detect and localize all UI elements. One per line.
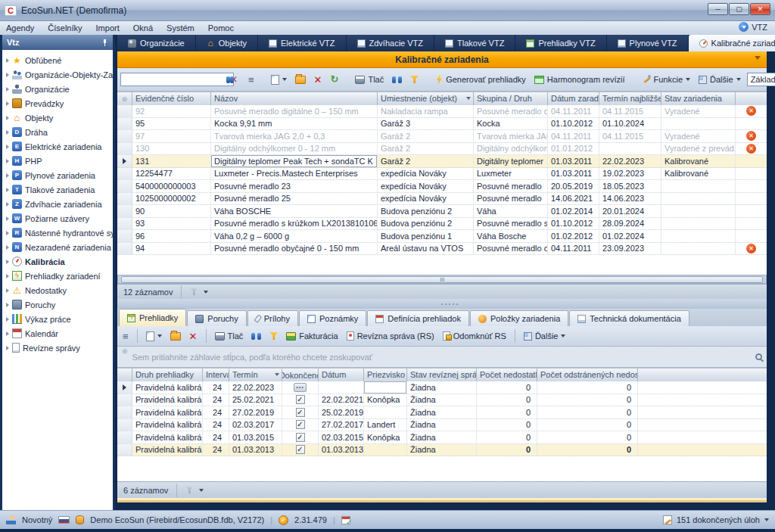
checkbox-checked-icon[interactable]: ✓	[296, 420, 305, 429]
checkbox-checked-icon[interactable]: ✓	[296, 395, 305, 404]
refresh-button[interactable]: ↻	[328, 73, 341, 86]
expand-arrow-icon[interactable]	[6, 288, 9, 293]
expand-arrow-icon[interactable]	[6, 101, 9, 106]
expand-arrow-icon[interactable]	[6, 58, 9, 63]
document-tab[interactable]: Objekty ✕	[196, 35, 258, 51]
checkbox-checked-icon[interactable]: ✓	[296, 408, 305, 417]
find-button[interactable]	[390, 75, 404, 85]
more-button[interactable]: Ďalšie	[696, 73, 743, 86]
open-record-button[interactable]	[293, 74, 308, 86]
expand-arrow-icon[interactable]	[6, 87, 9, 92]
cell-dokoncene[interactable]: ✓•••	[282, 431, 319, 443]
detail-tab[interactable]: Prehliadky	[119, 309, 186, 326]
minimize-button[interactable]: ─	[708, 3, 728, 15]
sidebar-item[interactable]: Prevádzky	[2, 96, 113, 110]
expand-arrow-icon[interactable]	[6, 331, 9, 336]
sidebar-item[interactable]: Organizácie	[2, 82, 113, 96]
sidebar-item[interactable]: E Elektrické zariadenia	[2, 139, 113, 154]
search-input[interactable]	[123, 75, 230, 84]
cell-dokoncene[interactable]: ✓•••	[282, 419, 319, 431]
filter-button[interactable]	[408, 74, 421, 85]
sidebar-item[interactable]: Nedostatky	[2, 283, 113, 297]
revision-schedule-button[interactable]: Harmonogram revízií	[532, 73, 627, 86]
column-header[interactable]: Druh prehliadky	[132, 369, 203, 381]
device-row[interactable]: 5400000000003 Posuvné meradlo 23 expedíc…	[117, 180, 767, 193]
detail-open-button[interactable]	[168, 331, 183, 342]
column-header[interactable]: Skupina / Druh	[474, 92, 548, 105]
quick-search[interactable]: ✕	[120, 73, 234, 86]
menu-item[interactable]: Pomoc	[208, 23, 234, 33]
device-row[interactable]: 96 Váha 0,2 g – 6000 g Budova penziónu 1…	[117, 230, 767, 243]
sidebar-item[interactable]: P Plynové zariadenia	[2, 168, 113, 182]
sidebar-item[interactable]: Prehliadky zariadení	[2, 269, 113, 283]
expand-arrow-icon[interactable]	[6, 317, 9, 322]
inspection-row[interactable]: Pravidelná kalibrácia 24 01.03.2015 ✓•••…	[117, 431, 767, 444]
sidebar-item[interactable]: Výkaz práce	[2, 312, 113, 326]
horizontal-scrollbar[interactable]	[117, 275, 767, 284]
detail-find-button[interactable]	[249, 331, 263, 341]
expand-arrow-icon[interactable]	[6, 274, 9, 278]
sidebar-item[interactable]: Revízne správy	[2, 341, 113, 355]
invoice-button[interactable]: Fakturácia	[284, 330, 340, 342]
print-button[interactable]: Tlač	[353, 73, 386, 86]
scrollbar-thumb[interactable]	[121, 276, 762, 283]
vtz-panel-button[interactable]: VTZ	[739, 22, 767, 32]
expand-arrow-icon[interactable]	[6, 173, 9, 178]
document-tab[interactable]: Plynové VTZ ✕	[607, 35, 689, 51]
new-record-button[interactable]	[269, 73, 289, 86]
sidebar-item[interactable]: Objekty	[2, 110, 113, 125]
device-row[interactable]: 131 Digitálny teplomer Peak Tech + sonda…	[117, 155, 767, 168]
device-row[interactable]: 95 Kocka 9,91 mm Garáž 3 Kocka 01.10.201…	[117, 118, 767, 131]
checkbox-checked-icon[interactable]: ✓	[296, 433, 305, 442]
column-header[interactable]: Evidenčné číslo	[132, 92, 211, 105]
column-header[interactable]: Počet nedostatkov	[477, 369, 537, 381]
column-header[interactable]: Počet odstránených nedostatkov	[537, 369, 638, 381]
splitter[interactable]	[117, 299, 767, 309]
sidebar-item[interactable]: R Nástenné hydrantové sy...	[2, 226, 113, 240]
device-row[interactable]: 97 Tvarová mierka JAG 2,0 + 0,3 Garáž 2 …	[117, 130, 767, 143]
column-header[interactable]: Názov	[211, 92, 378, 105]
footer-filter-icon[interactable]	[185, 487, 193, 493]
revision-report-button[interactable]: Revízna správa (RS)	[344, 330, 437, 342]
footer-filter-caret-icon[interactable]	[199, 489, 204, 494]
calendar-check-icon[interactable]	[341, 516, 350, 524]
column-header[interactable]: Dátum zaradenia	[548, 92, 599, 105]
detail-tab[interactable]: Definícia prehliadok	[367, 310, 469, 326]
detail-tab[interactable]: Poznámky	[299, 310, 366, 326]
document-tab[interactable]: Tlakové VTZ ✕	[434, 35, 515, 51]
device-row[interactable]: 90 Váha BOSCHE Budova penziónu 2 Váha 01…	[117, 205, 767, 218]
cell-dokoncene[interactable]: ✓•••	[282, 444, 319, 456]
cell-dokoncene[interactable]: ✓•••	[282, 394, 319, 406]
generate-inspections-button[interactable]: Generovať prehliadky	[433, 73, 528, 86]
column-header[interactable]: Priezvisko «...	[364, 369, 407, 381]
device-row[interactable]: 130 Digitálny odchýlkomer 0 - 12 mm Gará…	[117, 143, 767, 156]
column-header[interactable]: Dokončené	[282, 369, 319, 381]
expand-arrow-icon[interactable]	[6, 202, 9, 207]
device-row[interactable]: 1025000000002 Posuvné meradlo 25 expedíc…	[117, 193, 767, 206]
column-header[interactable]: Termín najbližšej ...	[599, 92, 661, 105]
expand-arrow-icon[interactable]	[6, 145, 9, 149]
sidebar-item[interactable]: D Dráha	[2, 125, 113, 139]
expand-arrow-icon[interactable]	[6, 73, 9, 77]
expand-arrow-icon[interactable]	[6, 130, 9, 135]
checkbox-editor-button[interactable]: •••	[294, 383, 307, 392]
column-header-sorted[interactable]: Umiestnenie (objekt)	[378, 92, 474, 105]
unlock-rs-button[interactable]: Odomknúť RS	[440, 330, 509, 342]
document-tab[interactable]: Zdvíhacie VTZ ✕	[347, 35, 435, 51]
inspection-row[interactable]: Pravidelná kalibrácia 24 27.02.2019 ✓•••…	[117, 406, 767, 419]
column-header[interactable]: Stav revíznej správy	[407, 369, 477, 381]
magnifier-icon[interactable]	[755, 353, 762, 360]
detail-print-button[interactable]: Tlač	[213, 330, 246, 342]
sidebar-item[interactable]: Obľúbené	[2, 53, 113, 67]
menu-item[interactable]: Okná	[133, 23, 153, 33]
sidebar-item[interactable]: Poruchy	[2, 297, 113, 312]
tasks-caret-icon[interactable]	[764, 518, 769, 524]
menu-item[interactable]: Agendy	[6, 23, 34, 33]
sidebar-item[interactable]: Organizácie-Objekty-Zari...	[2, 67, 113, 82]
detail-more-button[interactable]: Ďalšie	[521, 330, 568, 342]
close-button[interactable]: ✕	[750, 3, 770, 15]
expand-arrow-icon[interactable]	[6, 303, 9, 307]
sidebar-item[interactable]: W Požiarne uzávery	[2, 211, 113, 226]
column-header[interactable]: Stav zariadenia	[661, 92, 736, 105]
column-header-sorted[interactable]: Termín	[229, 369, 282, 381]
